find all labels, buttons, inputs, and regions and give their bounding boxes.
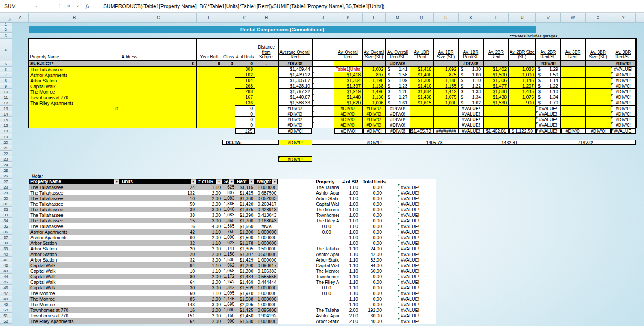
table1-cell-C29[interactable]: 132 <box>120 190 197 195</box>
cell-M9[interactable]: $1.23 <box>386 83 410 89</box>
cell-T9[interactable]: $1,477 <box>483 83 509 89</box>
row-header-41[interactable]: 41 <box>0 257 12 262</box>
table1-cell-C42[interactable]: 84 <box>120 262 197 268</box>
summary-cell-br-30[interactable]: 1.00 <box>334 195 360 201</box>
header-cell-K[interactable]: Av. Overall Rent <box>334 39 363 61</box>
col-header-H[interactable]: H <box>255 13 278 23</box>
cell-U6[interactable]: 1,085 <box>509 67 536 72</box>
table1-cell-G37[interactable]: $1,500 <box>235 235 255 240</box>
cell-E12[interactable] <box>197 100 222 106</box>
cell-Y10[interactable]: #DIV/0! <box>611 89 636 94</box>
cell-S9[interactable]: $1.22 <box>459 83 483 89</box>
summary-cell-br-36[interactable]: 1.00 <box>334 229 360 235</box>
cell-S7[interactable]: $1.60 <box>459 72 483 78</box>
row-header-40[interactable]: 40 <box>0 251 12 257</box>
cell-T6[interactable]: $1,402 <box>483 67 509 72</box>
cell-C9[interactable] <box>120 83 197 89</box>
summary-cell-value-46[interactable]: #VALUE! <box>398 285 425 290</box>
table1-header-weight[interactable]: Weight▼ <box>255 179 278 184</box>
cell-E13[interactable] <box>197 106 222 111</box>
table1-cell-E28[interactable]: 1.10 <box>197 184 222 190</box>
table1-cell-B37[interactable]: Ashfor Apartments <box>29 235 120 240</box>
table1-cell-H36[interactable]: 1.000000 <box>255 229 278 235</box>
cell-B13[interactable]: 0 <box>29 106 120 111</box>
cell-I7[interactable]: $1,439.22 <box>278 72 312 78</box>
cell-T5[interactable] <box>483 61 509 67</box>
cell-X18[interactable]: #DIV/0! <box>586 128 611 134</box>
row-header-43[interactable]: 43 <box>0 268 12 274</box>
table1-cell-G41[interactable]: $1,429 <box>235 257 255 262</box>
cell-H16[interactable] <box>255 122 278 128</box>
cell-B12[interactable]: The Riley Apartments <box>29 100 120 106</box>
header-cell-W[interactable]: Av. 3BR Rent <box>561 39 586 61</box>
summary-cell-br-40[interactable]: 1.10 <box>334 251 360 257</box>
cell-R7[interactable]: 875 <box>434 72 459 78</box>
cell-Y15[interactable]: #DIV/0! <box>611 117 636 122</box>
table1-cell-F45[interactable]: 1,242 <box>222 279 235 285</box>
table1-cell-B38[interactable]: Arbor Station <box>29 240 120 246</box>
table1-cell-G33[interactable]: $1,390 <box>235 212 255 218</box>
table1-cell-F44[interactable]: 1,172 <box>222 274 235 279</box>
cell-T7[interactable]: $1,500 <box>483 72 509 78</box>
cell-H8[interactable] <box>255 78 278 83</box>
cell-F15[interactable] <box>222 117 235 122</box>
delta-overall-size[interactable]: #DIV/0! <box>363 140 386 145</box>
table1-cell-E40[interactable]: 2.00 <box>197 251 222 257</box>
row-header-9[interactable]: 9 <box>0 83 12 89</box>
cell-U8[interactable]: 1,146 <box>509 78 536 83</box>
table1-cell-G44[interactable]: $1,484 <box>235 274 255 279</box>
filter-icon[interactable]: ▼ <box>216 179 222 184</box>
cell-M8[interactable]: $1.09 <box>386 78 410 83</box>
row-header-48[interactable]: 48 <box>0 296 12 302</box>
cell-R8[interactable]: 1,188 <box>434 78 459 83</box>
row-header-1[interactable]: 1 <box>0 23 12 26</box>
table1-cell-H35[interactable]: #N/A <box>255 223 278 229</box>
summary-cell-value-43[interactable]: #VALUE! <box>398 268 425 274</box>
cell-X16[interactable] <box>586 122 611 128</box>
summary-cell-value-29[interactable]: #VALUE! <box>398 190 425 195</box>
table1-cell-E41[interactable]: 3.00 <box>197 257 222 262</box>
row-header-28[interactable]: 28 <box>0 184 12 190</box>
cell-S6[interactable]: $1.30 <box>459 67 483 72</box>
cell-C8[interactable] <box>120 78 197 83</box>
cell-L8[interactable]: 1,198 <box>363 78 386 83</box>
table1-cell-G40[interactable]: $1,307 <box>235 251 255 257</box>
row-header-30[interactable]: 30 <box>0 195 12 201</box>
summary-cell-value-28[interactable]: #VALUE! <box>398 184 425 190</box>
cell-S16[interactable]: #VALUE! <box>459 122 483 128</box>
cell-V9[interactable]: $1.22 <box>536 83 561 89</box>
cell-W11[interactable] <box>561 94 586 100</box>
table1-cell-C28[interactable]: 24 <box>120 184 197 190</box>
cell-C7[interactable] <box>120 72 197 78</box>
table1-cell-F49[interactable]: 1,695 <box>222 302 235 307</box>
cell-G6[interactable]: 308 <box>235 67 255 72</box>
summary-cell-units-49[interactable]: 0.00 <box>360 302 383 307</box>
table1-header-units[interactable]: Units▼ <box>120 179 197 184</box>
cell-B11[interactable]: Townhomes at 770 <box>29 94 120 100</box>
row-header-22[interactable]: 22 <box>0 151 12 156</box>
table1-cell-B30[interactable]: The Tallahassee <box>29 195 120 201</box>
cell-U5[interactable] <box>509 61 536 67</box>
table1-cell-C31[interactable]: 50 <box>120 201 197 207</box>
cell-W13[interactable] <box>561 106 586 111</box>
cell-G11[interactable]: 167 <box>235 94 255 100</box>
table1-cell-C33[interactable]: 38 <box>120 212 197 218</box>
cell-F5[interactable]: 0 <box>222 61 235 67</box>
cell-Q13[interactable] <box>410 106 434 111</box>
table1-cell-H28[interactable]: 1.000000 <box>255 184 278 190</box>
table1-cell-B39[interactable]: Arbor Station <box>29 246 120 251</box>
table1-cell-H40[interactable]: 0.500000 <box>255 251 278 257</box>
summary-cell-units-31[interactable]: 0.00 <box>360 201 383 207</box>
row-header-46[interactable]: 46 <box>0 285 12 290</box>
table1-cell-E39[interactable]: 2.00 <box>197 246 222 251</box>
table1-cell-C36[interactable]: 42 <box>120 229 197 235</box>
summary-cell-value-31[interactable]: #VALUE! <box>398 201 425 207</box>
table1-cell-B42[interactable]: Capital Walk <box>29 262 120 268</box>
summary-cell-value-37[interactable]: #VALUE! <box>398 235 425 240</box>
cell-X11[interactable] <box>586 94 611 100</box>
table1-cell-F41[interactable]: 1,538 <box>222 257 235 262</box>
cell-M16[interactable]: #DIV/0! <box>386 122 410 128</box>
row-header-49[interactable]: 49 <box>0 302 12 307</box>
row-header-11[interactable]: 11 <box>0 94 12 100</box>
cell-W12[interactable] <box>561 100 586 106</box>
